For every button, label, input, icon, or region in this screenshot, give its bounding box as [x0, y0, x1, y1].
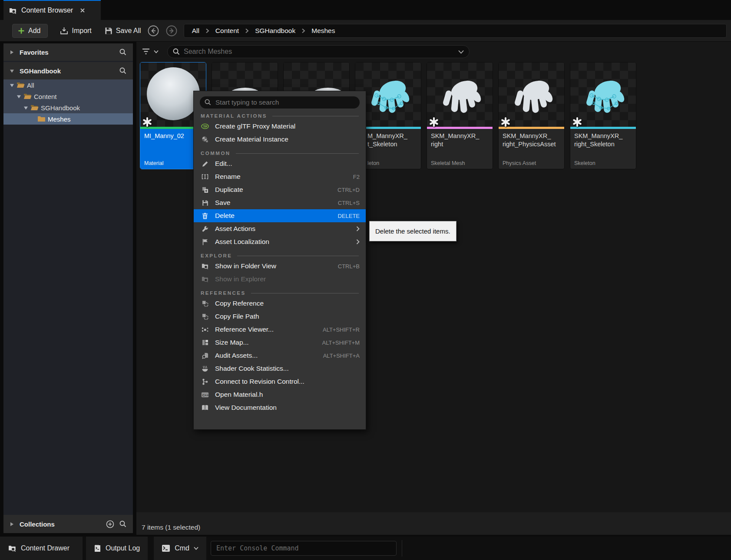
save-icon: [201, 200, 209, 206]
menu-item-size-map[interactable]: Size Map... ALT+SHIFT+M: [194, 336, 366, 349]
chevron-down-icon[interactable]: [458, 50, 464, 54]
save-all-button[interactable]: Save All: [105, 27, 141, 35]
collapsed-arrow-icon: [10, 522, 14, 527]
menu-item-show-in-folder-view[interactable]: Show in Folder View CTRL+B: [194, 260, 366, 273]
divider: [402, 540, 402, 557]
documentation-book-icon: [201, 405, 209, 411]
collections-header[interactable]: Collections: [3, 515, 133, 533]
menu-item-rename[interactable]: Rename F2: [194, 170, 366, 183]
breadcrumb-chevron-icon: [205, 28, 209, 33]
size-map-icon: [201, 339, 209, 346]
breadcrumb: All Content SGHandbook Meshes: [184, 24, 727, 38]
dirty-asterisk-icon: [501, 117, 510, 127]
sidebar: Favorites SGHandbook All Content SGHandb…: [3, 43, 133, 533]
expanded-arrow-icon[interactable]: [23, 105, 28, 110]
menu-item-create-gltf-proxy-material[interactable]: TF Create glTF Proxy Material: [194, 120, 366, 133]
chevron-down-icon[interactable]: [154, 50, 159, 53]
dirty-asterisk-icon: [142, 117, 152, 127]
breadcrumb-item-meshes[interactable]: Meshes: [311, 27, 335, 35]
collapsed-arrow-icon: [10, 50, 14, 55]
tree-item-all[interactable]: All: [3, 79, 133, 91]
menu-search-input[interactable]: [215, 99, 355, 106]
menu-item-duplicate[interactable]: Duplicate CTRL+D: [194, 183, 366, 196]
expanded-arrow-icon[interactable]: [17, 94, 21, 99]
add-button[interactable]: Add: [12, 24, 48, 38]
menu-item-asset-actions[interactable]: Asset Actions: [194, 222, 366, 235]
search-icon[interactable]: [119, 67, 127, 75]
asset-type: Skeleton: [574, 160, 595, 166]
close-tab-icon[interactable]: [80, 8, 85, 13]
asset-tile-skm-mannyxr-right-physicsasset[interactable]: SKM_MannyXR_right_PhysicsAsset Physics A…: [498, 62, 565, 169]
context-menu: MATERIAL ACTIONS TF Create glTF Proxy Ma…: [193, 91, 366, 430]
asset-search[interactable]: [167, 45, 470, 58]
chevron-down-icon: [194, 547, 198, 550]
filter-row: [142, 45, 470, 58]
add-collection-icon[interactable]: [106, 520, 114, 528]
forward-button[interactable]: [165, 25, 178, 37]
search-icon[interactable]: [119, 520, 127, 528]
asset-thumbnail: [499, 63, 564, 127]
svg-text:TF: TF: [203, 125, 208, 128]
wrench-icon: [201, 226, 209, 232]
menu-item-save[interactable]: Save CTRL+S: [194, 196, 366, 209]
menu-item-copy-file-path[interactable]: Copy File Path: [194, 310, 366, 323]
bottom-bar: Content Drawer Output Log Cmd: [0, 537, 731, 560]
revision-branch-icon: [201, 379, 209, 385]
menu-item-view-documentation[interactable]: View Documentation: [194, 401, 366, 414]
back-button[interactable]: [147, 25, 159, 37]
favorites-header[interactable]: Favorites: [3, 43, 133, 61]
breadcrumb-chevron-icon: [301, 28, 305, 33]
content-drawer-icon: [8, 544, 17, 552]
tab-title: Content Browser: [21, 7, 73, 14]
search-icon: [173, 48, 180, 56]
closed-folder-icon: [37, 116, 46, 122]
asset-name: SKM_MannyXR_right_PhysicsAsset: [503, 132, 560, 148]
import-button[interactable]: Import: [60, 27, 91, 35]
open-folder-icon: [30, 105, 39, 111]
menu-item-asset-localization[interactable]: Asset Localization: [194, 235, 366, 248]
toolbar: Add Import Save All All Content SGHandbo…: [0, 20, 731, 42]
tree-item-meshes[interactable]: Meshes: [3, 113, 133, 125]
tree-item-sghandbook[interactable]: SGHandbook: [3, 102, 133, 113]
explorer-icon: [201, 276, 209, 283]
asset-type: leton: [367, 160, 379, 166]
asset-search-input[interactable]: [184, 48, 455, 56]
menu-item-shader-cook-statistics[interactable]: Shader Cook Statistics...: [194, 362, 366, 375]
open-folder-icon: [17, 82, 25, 88]
menu-item-open-material-h[interactable]: C++ Open Material.h: [194, 388, 366, 401]
filter-funnel-icon[interactable]: [142, 48, 150, 55]
search-icon[interactable]: [119, 49, 127, 56]
cook-bowl-icon: [201, 366, 209, 372]
section-material-actions: MATERIAL ACTIONS: [194, 109, 366, 120]
reference-viewer-icon: [201, 327, 209, 333]
asset-name: SKM_MannyXR_right_Skeleton: [574, 132, 632, 148]
menu-item-connect-revision-control[interactable]: Connect to Revision Control...: [194, 375, 366, 388]
menu-item-audit-assets[interactable]: Audit Assets... ALT+SHIFT+A: [194, 349, 366, 362]
expanded-arrow-icon[interactable]: [10, 83, 14, 88]
terminal-icon: [162, 544, 170, 552]
console-command-input[interactable]: [216, 544, 391, 552]
asset-tile-skm-mannyxr-right[interactable]: SKM_MannyXR_right Skeletal Mesh: [427, 62, 493, 169]
tree-item-content[interactable]: Content: [3, 91, 133, 102]
sources-header[interactable]: SGHandbook: [3, 62, 133, 79]
menu-item-create-material-instance[interactable]: Create Material Instance: [194, 133, 366, 146]
breadcrumb-item-content[interactable]: Content: [215, 27, 239, 35]
output-log-button[interactable]: Output Log: [86, 537, 148, 560]
asset-tile-skm-mannyxr-right-skeleton[interactable]: SKM_MannyXR_right_Skeleton Skeleton: [570, 62, 636, 169]
breadcrumb-item-all[interactable]: All: [192, 27, 199, 35]
tab-content-browser[interactable]: Content Browser: [3, 0, 101, 20]
breadcrumb-item-sghandbook[interactable]: SGHandbook: [255, 27, 295, 35]
menu-item-delete[interactable]: Delete DELETE: [194, 209, 366, 222]
cmd-selector[interactable]: Cmd: [154, 537, 206, 560]
submenu-arrow-icon: [356, 239, 360, 244]
menu-item-copy-reference[interactable]: Copy Reference: [194, 297, 366, 310]
menu-item-edit[interactable]: Edit...: [194, 157, 366, 170]
console-command[interactable]: [211, 541, 397, 556]
asset-thumbnail: [427, 63, 493, 127]
asset-type: Skeletal Mesh: [431, 160, 465, 166]
menu-item-reference-viewer[interactable]: Reference Viewer... ALT+SHIFT+R: [194, 323, 366, 336]
asset-thumbnail: [570, 63, 636, 127]
skeleton-hand-thumb: [362, 75, 414, 118]
menu-search[interactable]: [200, 96, 360, 109]
content-drawer-button[interactable]: Content Drawer: [0, 537, 83, 560]
